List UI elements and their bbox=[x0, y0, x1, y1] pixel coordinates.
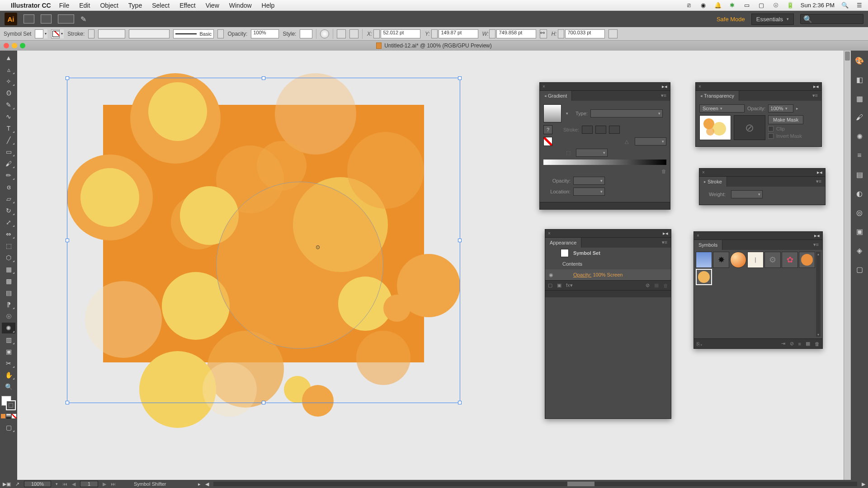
stroke-weight-stepper[interactable] bbox=[88, 29, 94, 38]
brushes-panel-icon[interactable]: 🖌 bbox=[854, 112, 865, 123]
symbol-circle-dark[interactable] bbox=[799, 252, 815, 268]
gradient-panel-icon[interactable]: ▤ bbox=[854, 169, 865, 180]
shape-notes-icon[interactable] bbox=[609, 29, 618, 38]
zoom-window-button[interactable] bbox=[20, 43, 25, 48]
place-symbol-icon[interactable]: ⇥ bbox=[781, 341, 785, 347]
panel-titlebar[interactable]: ×▸◂ bbox=[696, 83, 821, 91]
menu-select[interactable]: Select bbox=[152, 2, 170, 9]
hand-tool-icon[interactable]: ✋ bbox=[2, 370, 15, 380]
stroke-grad-btn1[interactable] bbox=[582, 126, 593, 134]
column-graph-tool-icon[interactable]: ▥ bbox=[2, 334, 15, 345]
h-input[interactable]: 700.033 pt bbox=[565, 29, 605, 38]
panel-menu-icon[interactable]: ▾≡ bbox=[657, 91, 670, 101]
collapse-icon[interactable]: ▸◂ bbox=[814, 233, 820, 239]
eyedropper-tool-icon[interactable]: ⁋ bbox=[2, 299, 15, 310]
perspective-grid-tool-icon[interactable]: ▦ bbox=[2, 264, 15, 275]
resize-handle-bm[interactable] bbox=[262, 401, 265, 404]
line-segment-tool-icon[interactable]: ╱ bbox=[2, 135, 15, 145]
panel-titlebar[interactable]: ×▸◂ bbox=[694, 232, 822, 240]
chevron-down-icon[interactable]: ▾ bbox=[56, 482, 58, 486]
menu-help[interactable]: Help bbox=[262, 2, 275, 9]
gradient-fill-toggle[interactable]: ? bbox=[543, 125, 552, 134]
gradient-none-swatch[interactable] bbox=[543, 137, 552, 146]
gradient-location-select[interactable] bbox=[573, 188, 605, 196]
stroke-swatch[interactable]: ▾ bbox=[51, 29, 64, 38]
arrange-docs-icon[interactable] bbox=[58, 14, 74, 23]
tab-symbols[interactable]: Symbols bbox=[694, 240, 722, 250]
panel-menu-icon[interactable]: ▾≡ bbox=[810, 240, 822, 250]
direct-selection-tool-icon[interactable]: ▵ bbox=[2, 64, 15, 75]
opacity-input[interactable]: 100% bbox=[251, 29, 279, 38]
sync-icon[interactable]: ✱ bbox=[728, 2, 736, 9]
cc-cloud-icon[interactable]: ◉ bbox=[699, 2, 708, 9]
transform-panel-icon[interactable] bbox=[349, 29, 359, 38]
resize-handle-tm[interactable] bbox=[262, 76, 265, 80]
visibility-eye-icon[interactable]: ◉ bbox=[549, 272, 556, 278]
color-mode-none[interactable] bbox=[12, 414, 16, 418]
var-width-profile-combo[interactable] bbox=[129, 29, 170, 38]
collapse-icon[interactable]: ▸◂ bbox=[663, 230, 668, 236]
scale-tool-icon[interactable]: ⤢ bbox=[2, 217, 15, 228]
scrollbar-thumb[interactable] bbox=[567, 482, 594, 486]
stock-icon[interactable] bbox=[41, 14, 52, 23]
menu-view[interactable]: View bbox=[206, 2, 219, 9]
fill-swatch[interactable]: ▾ bbox=[35, 29, 47, 38]
stroke-weight-combo[interactable] bbox=[98, 29, 125, 38]
resize-handle-tr[interactable] bbox=[458, 76, 462, 80]
artboard-tool-icon[interactable]: ▣ bbox=[2, 346, 15, 357]
battery-icon[interactable]: 🔋 bbox=[786, 2, 794, 9]
x-input[interactable]: 52.012 pt bbox=[381, 29, 420, 38]
tab-appearance[interactable]: Appearance bbox=[545, 238, 581, 248]
scroll-down-icon[interactable]: ▾ bbox=[816, 332, 821, 337]
transparency-panel-icon[interactable]: ◐ bbox=[854, 188, 865, 199]
resize-handle-bl[interactable] bbox=[66, 401, 69, 404]
h-stepper[interactable] bbox=[558, 29, 564, 38]
delete-stop-icon[interactable]: 🗑 bbox=[661, 169, 666, 174]
screen-mode-icon[interactable]: ▢ bbox=[2, 422, 15, 433]
free-transform-tool-icon[interactable]: ⬚ bbox=[2, 240, 15, 251]
scroll-right-icon[interactable]: ▶ bbox=[862, 481, 865, 487]
brush-definition-combo[interactable]: Basic bbox=[173, 29, 214, 38]
panel-titlebar[interactable]: ×▸◂ bbox=[545, 230, 671, 238]
close-icon[interactable]: × bbox=[697, 233, 699, 238]
symbol-library-menu-icon[interactable]: ⎘▾ bbox=[697, 341, 703, 347]
symbol-sprayer-tool-icon[interactable]: ✺ bbox=[2, 323, 15, 333]
color-panel-icon[interactable]: 🎨 bbox=[854, 55, 865, 66]
display-icon[interactable]: ▭ bbox=[743, 2, 751, 9]
transp-opacity-select[interactable]: 100% bbox=[768, 104, 793, 113]
new-symbol-icon[interactable]: ▦ bbox=[806, 341, 810, 347]
stroke-weight-select[interactable] bbox=[731, 190, 763, 198]
gradient-aspect-select[interactable] bbox=[576, 149, 608, 157]
stroke-panel-icon[interactable]: ≡ bbox=[854, 150, 865, 161]
airplay-icon[interactable]: ▢ bbox=[757, 2, 765, 9]
appearance-panel-icon[interactable]: ◎ bbox=[854, 207, 865, 218]
symbol-options-icon[interactable]: ≡ bbox=[798, 341, 801, 347]
screencast-icon[interactable]: ⎚ bbox=[685, 2, 693, 9]
lasso-tool-icon[interactable]: ʘ bbox=[2, 88, 15, 99]
clip-checkbox[interactable] bbox=[768, 126, 774, 131]
nav-next-icon[interactable]: ▶ bbox=[103, 481, 106, 487]
resize-handle-tl[interactable] bbox=[66, 76, 69, 80]
panel-menu-icon[interactable]: ▾≡ bbox=[658, 238, 671, 248]
stroke-grad-btn2[interactable] bbox=[595, 126, 606, 134]
symbols-panel-icon[interactable]: ✺ bbox=[854, 131, 865, 142]
new-fill-icon[interactable]: ▣ bbox=[557, 282, 561, 288]
artboard-num-input[interactable]: 1 bbox=[80, 481, 98, 487]
symbol-ink-splat[interactable]: ✸ bbox=[713, 252, 729, 268]
align-icon[interactable] bbox=[337, 29, 346, 38]
slice-tool-icon[interactable]: ✂ bbox=[2, 358, 15, 369]
artboards-panel-icon[interactable]: ▢ bbox=[854, 264, 865, 275]
layers-panel-icon[interactable]: ◈ bbox=[854, 245, 865, 256]
graphic-style-swatch[interactable] bbox=[300, 29, 312, 38]
symbol-flower[interactable]: ✿ bbox=[782, 252, 798, 268]
workspace-switcher[interactable]: Essentials ▾ bbox=[751, 14, 794, 25]
menu-edit[interactable]: Edit bbox=[79, 2, 90, 9]
slider-arrow-icon[interactable]: ▸ bbox=[796, 106, 798, 111]
delete-item-icon[interactable]: 🗑 bbox=[663, 283, 668, 288]
notification-bell-icon[interactable]: 🔔 bbox=[714, 2, 722, 9]
blob-brush-tool-icon[interactable]: ɞ bbox=[2, 182, 15, 192]
make-mask-button[interactable]: Make Mask bbox=[768, 115, 803, 124]
spotlight-search-icon[interactable]: 🔍 bbox=[841, 2, 849, 9]
menu-file[interactable]: File bbox=[59, 2, 70, 9]
panel-titlebar[interactable]: ×▸◂ bbox=[540, 83, 670, 91]
